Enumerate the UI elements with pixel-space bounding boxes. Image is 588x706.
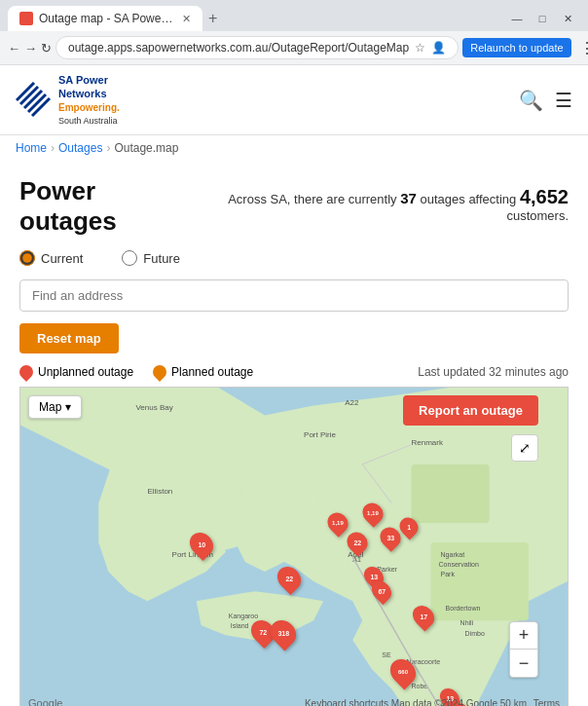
svg-text:SE: SE (382, 652, 391, 659)
address-bar[interactable]: outage.apps.sapowernetworks.com.au/Outag… (55, 36, 459, 59)
summary-middle: outages affecting (421, 192, 517, 206)
svg-text:Ngarkat: Ngarkat (441, 551, 465, 559)
zoom-controls: + − (509, 621, 538, 678)
logo-tagline: Empowering. South Australia (58, 101, 120, 128)
zoom-in-button[interactable]: + (510, 622, 537, 650)
marker-adel-4[interactable]: 33 (381, 527, 400, 548)
future-radio-label[interactable]: Future (122, 250, 180, 266)
terms-link[interactable]: Terms (533, 698, 560, 706)
svg-text:Venus Bay: Venus Bay (135, 404, 172, 413)
search-icon[interactable]: 🔍 (519, 89, 543, 112)
page-content: SA PowerNetworks Empowering. South Austr… (0, 65, 588, 706)
sa-power-logo-icon (16, 82, 53, 119)
google-logo: Google (28, 697, 62, 706)
svg-text:Nhili: Nhili (460, 620, 474, 627)
address-bar-icons: ☆ 👤 (415, 41, 446, 55)
legend-unplanned-label: Unplanned outage (38, 365, 133, 379)
site-header: SA PowerNetworks Empowering. South Austr… (0, 65, 588, 135)
google-logo-text: Google (28, 697, 62, 706)
marker-adel-1[interactable]: 1,19 (328, 512, 348, 534)
svg-text:Renmark: Renmark (411, 438, 444, 447)
map-type-label: Map (39, 400, 61, 414)
summary-prefix: Across SA, there are currently (228, 192, 396, 206)
reload-button[interactable]: ↻ (41, 35, 52, 60)
logo-area: SA PowerNetworks Empowering. South Austr… (16, 73, 120, 127)
svg-text:Park: Park (441, 571, 456, 577)
restore-button[interactable]: □ (530, 9, 555, 28)
nav-bar: ← → ↻ outage.apps.sapowernetworks.com.au… (0, 31, 588, 64)
breadcrumb-home[interactable]: Home (16, 141, 47, 155)
browser-chrome: Outage map - SA Power Netw... ✕ + — □ ✕ … (0, 0, 588, 65)
breadcrumb-current: Outage.map (114, 141, 178, 155)
new-tab-button[interactable]: + (208, 11, 217, 26)
tab-title: Outage map - SA Power Netw... (39, 12, 176, 25)
planned-icon (150, 362, 169, 382)
profile-icon[interactable]: 👤 (431, 41, 446, 55)
reset-map-button[interactable]: Reset map (19, 323, 119, 353)
breadcrumb-sep-1: › (51, 141, 55, 155)
future-radio-text: Future (143, 251, 180, 266)
map-type-button[interactable]: Map ▾ (28, 395, 82, 419)
unplanned-icon (17, 362, 36, 382)
breadcrumb-sep-2: › (106, 141, 110, 155)
zoom-out-button[interactable]: − (510, 650, 537, 677)
tab-close-button[interactable]: ✕ (182, 13, 191, 25)
tab-bar: Outage map - SA Power Netw... ✕ + — □ ✕ (0, 0, 588, 31)
legend: Unplanned outage Planned outage Last upd… (19, 365, 569, 379)
relaunch-button[interactable]: Relaunch to update (462, 38, 570, 57)
current-radio-text: Current (41, 251, 83, 266)
marker-ki-2[interactable]: 318 (272, 619, 295, 647)
breadcrumb: Home › Outages › Outage.map (0, 135, 588, 161)
current-radio-label[interactable]: Current (19, 250, 83, 266)
svg-text:Conservation: Conservation (439, 561, 479, 568)
map-svg: Venus Bay Elliston Port Lincoln Port Pir… (20, 388, 568, 706)
marker-near-adel-3[interactable]: 17 (414, 605, 433, 628)
marker-se-1[interactable]: 660 (391, 658, 415, 686)
map-type-chevron: ▾ (65, 400, 71, 414)
close-button[interactable]: ✕ (555, 9, 580, 28)
logo-south-australia: South Australia (58, 116, 118, 126)
legend-planned: Planned outage (153, 365, 253, 379)
marker-adel-3[interactable]: 1,19 (363, 502, 383, 524)
menu-icon[interactable]: ☰ (555, 89, 572, 112)
legend-planned-label: Planned outage (171, 365, 253, 379)
header-icons: 🔍 ☰ (519, 89, 572, 112)
active-tab[interactable]: Outage map - SA Power Netw... ✕ (8, 6, 202, 31)
address-text: outage.apps.sapowernetworks.com.au/Outag… (68, 41, 409, 55)
star-icon[interactable]: ☆ (415, 41, 425, 55)
customer-count: 4,652 (520, 186, 569, 207)
page-title: Power outages (19, 176, 188, 237)
future-radio[interactable] (122, 250, 137, 266)
forward-button[interactable]: → (24, 35, 37, 60)
svg-text:A22: A22 (345, 399, 359, 408)
marker-yorke-1[interactable]: 22 (278, 566, 300, 591)
summary-suffix: customers. (506, 208, 569, 223)
fullscreen-icon: ⤢ (519, 440, 531, 456)
svg-text:Bordertown: Bordertown (446, 605, 481, 612)
svg-text:Island: Island (231, 623, 249, 630)
outage-count: 37 (400, 190, 417, 206)
report-outage-button[interactable]: Report an outage (403, 395, 538, 426)
radio-group: Current Future (19, 250, 569, 266)
svg-text:Elliston: Elliston (147, 487, 172, 496)
marker-port-lincoln[interactable]: 10 (191, 532, 212, 557)
map-data-text: Keyboard shortcuts Map data ©2024 Google… (305, 698, 527, 706)
svg-text:Dimbo: Dimbo (465, 631, 485, 638)
map-footer-info: Keyboard shortcuts Map data ©2024 Google… (305, 698, 560, 706)
breadcrumb-outages[interactable]: Outages (58, 141, 102, 155)
marker-near-adel-2[interactable]: 67 (373, 580, 390, 602)
logo-sa-power: SA PowerNetworks (58, 73, 120, 101)
fullscreen-button[interactable]: ⤢ (511, 434, 538, 462)
marker-adel-2[interactable]: 22 (348, 532, 367, 553)
window-controls: — □ ✕ (504, 9, 580, 28)
last-updated: Last updated 32 minutes ago (418, 365, 569, 379)
browser-menu-button[interactable]: ⋮ (575, 39, 588, 57)
back-button[interactable]: ← (8, 35, 20, 60)
marker-adel-5[interactable]: 1 (400, 517, 418, 537)
tab-favicon (19, 12, 33, 25)
minimize-button[interactable]: — (504, 9, 530, 28)
svg-rect-13 (411, 464, 489, 523)
map-container[interactable]: Venus Bay Elliston Port Lincoln Port Pir… (19, 387, 569, 706)
address-search-input[interactable] (19, 279, 569, 312)
current-radio[interactable] (19, 250, 35, 266)
